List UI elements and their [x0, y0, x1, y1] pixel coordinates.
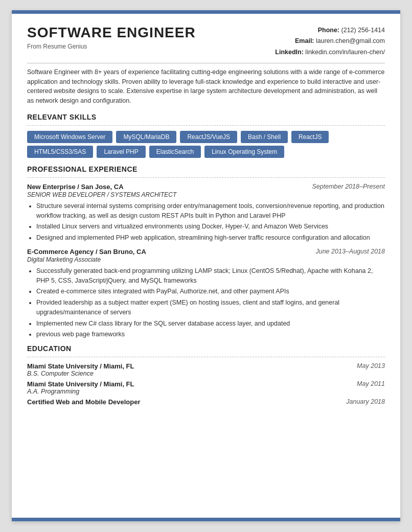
- email-label: Email:: [295, 37, 314, 44]
- job-company-2: E-Commerce Agency / San Bruno, CA: [27, 248, 146, 256]
- job-header-2: E-Commerce Agency / San Bruno, CA June 2…: [27, 248, 385, 256]
- education-divider: [27, 357, 385, 357]
- bullet: previous web page frameworks: [36, 330, 385, 339]
- linkedin-label: LinkedIn:: [275, 49, 304, 56]
- top-accent-bar: [12, 10, 400, 14]
- skill-badge: ElasticSearch: [149, 146, 201, 158]
- edu-left-2: Miami State University / Miami, FL A.A. …: [27, 380, 134, 395]
- skill-badge: Laravel PHP: [97, 146, 145, 158]
- bullet: Successfully generated back-end programm…: [36, 266, 385, 286]
- header-divider: [27, 63, 385, 63]
- header-section: SOFTWARE ENGINEER From Resume Genius Pho…: [27, 25, 385, 58]
- experience-divider: [27, 177, 385, 178]
- bullet: Designed and implemented PHP web applica…: [36, 233, 385, 243]
- skill-badge: Bash / Shell: [241, 131, 288, 143]
- education-section: EDUCATION Miami State University / Miami…: [27, 344, 385, 406]
- edu-entry-1: Miami State University / Miami, FL B.S. …: [27, 362, 385, 377]
- job-date-2: June 2013–August 2018: [315, 248, 385, 255]
- skill-badge: ReactJS/VueJS: [180, 131, 237, 143]
- edu-school-2: Miami State University / Miami, FL: [27, 380, 134, 388]
- experience-title: PROFESSIONAL EXPERIENCE: [27, 165, 385, 173]
- skill-badge: Microsoft Windows Server: [27, 131, 112, 143]
- linkedin-line: LinkedIn: linkedin.com/in/lauren-chen/: [275, 47, 385, 58]
- resume-document: SOFTWARE ENGINEER From Resume Genius Pho…: [12, 10, 400, 521]
- job-bullets-1: Structure several internal systems compr…: [36, 201, 385, 243]
- cert-entry: Certified Web and Mobile Developer Janua…: [27, 398, 385, 406]
- edu-degree-2: A.A. Programming: [27, 388, 134, 395]
- summary-text: Software Engineer with 8+ years of exper…: [27, 67, 385, 106]
- bullet: Provided leadership as a subject matter …: [36, 298, 385, 317]
- skills-row-1: Microsoft Windows Server MySQL/MariaDB R…: [27, 131, 385, 143]
- cert-date: January 2018: [346, 398, 385, 405]
- edu-degree-1: B.S. Computer Science: [27, 370, 134, 377]
- skills-title: RELEVANT SKILLS: [27, 113, 385, 121]
- email-line: Email: lauren.chen@gmail.com: [275, 36, 385, 47]
- bottom-accent-bar: [12, 518, 400, 521]
- email-value: lauren.chen@gmail.com: [316, 37, 385, 44]
- job-bullets-2: Successfully generated back-end programm…: [36, 266, 385, 339]
- edu-date-1: May 2013: [357, 362, 385, 369]
- bullet: Installed Linux servers and virtualized …: [36, 222, 385, 232]
- education-title: EDUCATION: [27, 344, 385, 353]
- edu-date-2: May 2011: [357, 380, 385, 387]
- linkedin-value: linkedin.com/in/lauren-chen/: [305, 49, 385, 56]
- name-block: SOFTWARE ENGINEER From Resume Genius: [27, 25, 196, 50]
- bullet: Created e-commerce sites integrated with…: [36, 287, 385, 296]
- skills-divider: [27, 125, 385, 126]
- job-company-1: New Enterprise / San Jose, CA: [27, 183, 124, 191]
- skill-badge: Linux Operating System: [204, 146, 284, 158]
- skill-badge: ReactJS: [291, 131, 329, 143]
- resume-source: From Resume Genius: [27, 43, 196, 50]
- resume-name: SOFTWARE ENGINEER: [27, 25, 196, 41]
- skills-section: RELEVANT SKILLS Microsoft Windows Server…: [27, 113, 385, 158]
- skills-row-2: HTML5/CSS3/SAS Laravel PHP ElasticSearch…: [27, 146, 385, 158]
- edu-school-1: Miami State University / Miami, FL: [27, 362, 134, 370]
- contact-block: Phone: (212) 256-1414 Email: lauren.chen…: [275, 25, 385, 58]
- phone-line: Phone: (212) 256-1414: [275, 25, 385, 36]
- bullet: Structure several internal systems compr…: [36, 201, 385, 221]
- job-title-1: SENIOR WEB DEVELOPER / SYSTEMS ARCHITECT: [27, 191, 385, 198]
- phone-label: Phone:: [318, 27, 339, 34]
- skill-badge: MySQL/MariaDB: [116, 131, 176, 143]
- edu-left-1: Miami State University / Miami, FL B.S. …: [27, 362, 134, 377]
- phone-value: (212) 256-1414: [341, 27, 385, 34]
- job-date-1: September 2018–Present: [312, 183, 385, 190]
- cert-name: Certified Web and Mobile Developer: [27, 398, 141, 406]
- bullet: Implemented new C# class library for the…: [36, 319, 385, 329]
- edu-entry-2: Miami State University / Miami, FL A.A. …: [27, 380, 385, 395]
- job-header-1: New Enterprise / San Jose, CA September …: [27, 183, 385, 191]
- experience-section: PROFESSIONAL EXPERIENCE New Enterprise /…: [27, 165, 385, 339]
- skill-badge: HTML5/CSS3/SAS: [27, 146, 93, 158]
- job-title-2: Digital Marketing Associate: [27, 256, 385, 263]
